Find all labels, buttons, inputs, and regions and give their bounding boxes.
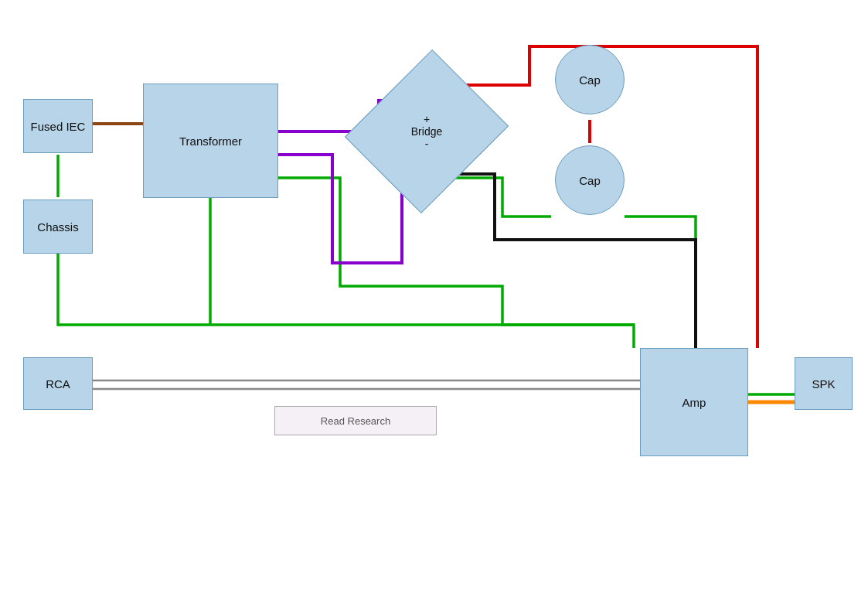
chassis-box: Chassis (23, 200, 93, 254)
cap-bottom-box: Cap (555, 145, 625, 215)
cap-bottom-label: Cap (579, 174, 601, 187)
spk-label: SPK (812, 377, 835, 391)
spk-box: SPK (795, 357, 853, 410)
chassis-label: Chassis (37, 220, 78, 234)
fused-iec-box: Fused IEC (23, 99, 93, 153)
rca-label: RCA (46, 377, 70, 391)
bridge-label: +Bridge- (411, 113, 442, 150)
watermark: Read Research (274, 406, 437, 435)
fused-iec-label: Fused IEC (31, 120, 86, 133)
cap-top-label: Cap (579, 73, 601, 87)
amp-box: Amp (640, 348, 748, 456)
transformer-label: Transformer (179, 135, 242, 148)
bridge-box: +Bridge- (373, 70, 481, 193)
transformer-box: Transformer (143, 84, 278, 198)
amp-label: Amp (682, 396, 706, 409)
cap-top-box: Cap (555, 45, 625, 114)
watermark-label: Read Research (321, 415, 390, 427)
rca-box: RCA (23, 357, 93, 410)
